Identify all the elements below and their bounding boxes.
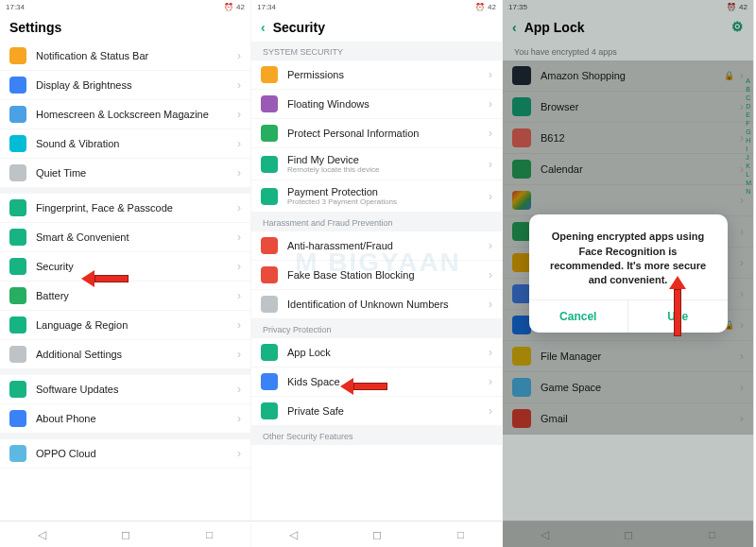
row-label: Additional Settings (36, 349, 237, 360)
security-item-fake-base[interactable]: Fake Base Station Blocking› (251, 261, 502, 290)
settings-screen: 17:34 ⏰ 42 Settings Notification & Statu… (0, 0, 251, 547)
status-time: 17:34 (6, 3, 25, 11)
row-label: Display & Brightness (36, 79, 237, 91)
row-label: About Phone (36, 413, 237, 424)
chevron-right-icon: › (237, 318, 241, 332)
notification-status-icon (9, 47, 26, 64)
battery-icon (9, 287, 26, 304)
security-item-floating-windows[interactable]: Floating Windows› (251, 90, 502, 119)
nav-back-icon[interactable]: ◁ (289, 528, 298, 541)
sidebar-item-software-updates[interactable]: Software Updates› (0, 375, 250, 404)
security-item-unknown-numbers[interactable]: Identification of Unknown Numbers› (251, 290, 502, 319)
chevron-right-icon: › (237, 289, 241, 302)
chevron-right-icon: › (489, 127, 492, 140)
row-label: Payment Protection (287, 186, 489, 197)
cancel-button[interactable]: Cancel (529, 300, 629, 333)
sidebar-item-quiet-time[interactable]: Quiet Time› (0, 159, 250, 188)
row-label: Fingerprint, Face & Passcode (36, 202, 237, 214)
chevron-right-icon: › (489, 239, 492, 252)
nav-home-icon[interactable]: ◻ (121, 528, 130, 541)
nav-home-icon[interactable]: ◻ (372, 528, 382, 541)
chevron-right-icon: › (237, 201, 241, 214)
about-phone-icon (9, 410, 26, 427)
security-item-anti-harassment[interactable]: Anti-harassment/Fraud› (251, 231, 502, 261)
dialog-message: Opening encrypted apps using Face Recogn… (529, 214, 728, 299)
sidebar-item-smart-convenient[interactable]: Smart & Convenient› (0, 223, 250, 252)
status-right: ⏰ 42 (224, 3, 245, 11)
chevron-right-icon: › (237, 231, 241, 244)
row-label: Quiet Time (36, 167, 237, 179)
page-title: Security (273, 20, 325, 35)
sidebar-item-sound-vibration[interactable]: Sound & Vibration› (0, 129, 250, 159)
row-label: Fake Base Station Blocking (287, 269, 489, 281)
row-label: Identification of Unknown Numbers (287, 299, 489, 310)
security-item-permissions[interactable]: Permissions› (251, 60, 502, 90)
sidebar-item-additional-settings[interactable]: Additional Settings› (0, 340, 250, 369)
chevron-right-icon: › (237, 166, 241, 179)
applock-screen: 17:35 ⏰ 42 ‹ App Lock ⚙ You have encrypt… (503, 0, 754, 547)
row-label: Battery (36, 290, 237, 301)
nav-bar[interactable]: ◁ ◻ □ (251, 521, 502, 547)
row-label: Smart & Convenient (36, 231, 237, 243)
nav-back-icon[interactable]: ◁ (38, 528, 46, 541)
row-label: Permissions (287, 69, 489, 80)
nav-recent-icon[interactable]: □ (457, 528, 464, 541)
row-label: Notification & Status Bar (36, 50, 237, 61)
kids-space-icon (261, 373, 278, 390)
section-header: SYSTEM SECURITY (251, 42, 502, 60)
nav-recent-icon[interactable]: □ (206, 528, 213, 541)
security-item-private-safe[interactable]: Private Safe› (251, 397, 502, 426)
row-label: Security (36, 261, 237, 272)
quiet-time-icon (9, 164, 26, 181)
sidebar-item-language-region[interactable]: Language & Region› (0, 311, 250, 340)
security-item-find-my-device[interactable]: Find My DeviceRemotely locate this devic… (251, 148, 502, 180)
modal-overlay: Opening encrypted apps using Face Recogn… (503, 0, 753, 547)
red-arrow-security (81, 270, 129, 287)
protect-personal-icon (261, 125, 278, 142)
sound-vibration-icon (9, 135, 26, 152)
chevron-right-icon: › (237, 78, 241, 92)
red-arrow-applock (340, 378, 387, 395)
sidebar-item-oppo-cloud[interactable]: OPPO Cloud› (0, 439, 250, 469)
chevron-right-icon: › (489, 298, 492, 311)
fingerprint-icon (9, 199, 26, 216)
sidebar-item-homescreen-lockscreen[interactable]: Homescreen & Lockscreen Magazine› (0, 100, 250, 129)
display-brightness-icon (9, 77, 26, 94)
chevron-right-icon: › (489, 268, 492, 282)
row-label: Find My Device (287, 154, 489, 165)
row-label: Protect Personal Information (287, 128, 489, 139)
status-bar: 17:34 ⏰ 42 (251, 0, 502, 13)
chevron-right-icon: › (489, 68, 492, 81)
row-sublabel: Remotely locate this device (287, 165, 489, 174)
sidebar-item-about-phone[interactable]: About Phone› (0, 404, 250, 434)
sidebar-item-fingerprint[interactable]: Fingerprint, Face & Passcode› (0, 194, 250, 223)
row-label: Floating Windows (287, 98, 489, 110)
language-region-icon (9, 316, 26, 333)
oppo-cloud-icon (9, 445, 26, 462)
private-safe-icon (261, 402, 278, 419)
nav-bar[interactable]: ◁ ◻ □ (0, 521, 250, 547)
app-lock-icon (261, 344, 278, 361)
security-item-app-lock[interactable]: App Lock› (251, 338, 502, 368)
chevron-right-icon: › (489, 97, 492, 111)
find-my-device-icon (261, 156, 278, 173)
chevron-right-icon: › (237, 348, 241, 361)
sidebar-item-notification-status[interactable]: Notification & Status Bar› (0, 42, 250, 71)
sidebar-item-display-brightness[interactable]: Display & Brightness› (0, 71, 250, 100)
status-bar: 17:34 ⏰ 42 (0, 0, 250, 13)
security-item-payment-protection[interactable]: Payment ProtectionProtected 3 Payment Op… (251, 180, 502, 213)
chevron-right-icon: › (489, 346, 492, 359)
row-label: Private Safe (287, 405, 489, 417)
homescreen-lockscreen-icon (9, 106, 26, 123)
back-icon[interactable]: ‹ (261, 20, 266, 35)
header: ‹ Security (251, 13, 502, 42)
chevron-right-icon: › (237, 137, 241, 150)
row-sublabel: Protected 3 Payment Operations (287, 197, 489, 206)
section-header: Other Security Features (251, 426, 502, 445)
security-item-protect-personal[interactable]: Protect Personal Information› (251, 119, 502, 148)
section-header: Harassment and Fraud Prevention (251, 213, 502, 231)
chevron-right-icon: › (237, 447, 241, 460)
security-icon (9, 258, 26, 275)
security-list[interactable]: SYSTEM SECURITYPermissions›Floating Wind… (251, 42, 502, 521)
row-label: App Lock (287, 347, 489, 358)
